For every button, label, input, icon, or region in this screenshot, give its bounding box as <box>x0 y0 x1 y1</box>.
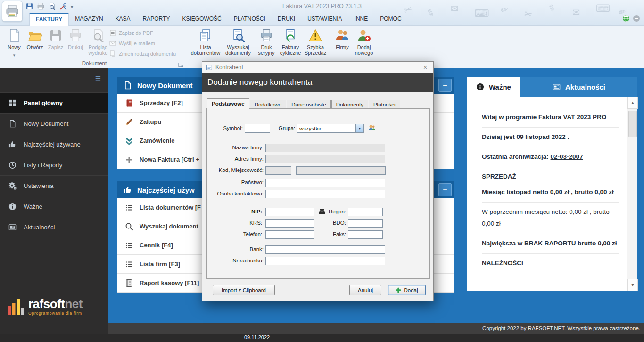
recurring-invoices-button[interactable]: Faktury cykliczne <box>278 27 303 56</box>
nip-input[interactable] <box>265 208 314 216</box>
sidebar-menu: Panel główny Nowy Dokument Najczęściej u… <box>0 92 108 237</box>
sales-line: Miesiąc listopad netto 0,00 zł , brutto … <box>482 187 619 198</box>
home-grid-icon <box>8 99 17 107</box>
tab-faktury[interactable]: FAKTURY <box>29 13 69 26</box>
sales-ledger-icon <box>125 99 133 107</box>
sidebar-item-panel-glowny[interactable]: Panel główny <box>0 92 108 113</box>
open-button[interactable]: Otwórz <box>25 27 45 50</box>
wazne-panel-content: Witaj w programie Faktura VAT 2023 PRO D… <box>467 97 627 291</box>
vendor-logo: rafsoftnet Oprogramowanie dla firm <box>7 297 83 316</box>
add-contractor-icon <box>353 27 375 43</box>
krs-label: KRS: <box>207 220 262 226</box>
dialog-title: Kontrahent <box>215 64 243 71</box>
new-document-button[interactable]: Nowy ▾ <box>5 27 24 58</box>
tools-icon[interactable] <box>59 2 67 10</box>
import-clipboard-button[interactable]: Import z Clipboard <box>213 285 275 295</box>
bdo-input[interactable] <box>348 219 383 228</box>
dialog-header: Dodanie nowego kontrahenta <box>202 73 433 92</box>
sidebar-item-nowy-dokument[interactable]: Nowy Dokument <box>0 113 108 134</box>
tab-kasa[interactable]: KASA <box>109 13 137 26</box>
add-button[interactable]: Dodaj <box>388 285 426 295</box>
tab-ksiegowosc[interactable]: KSIĘGOWOŚĆ <box>176 13 227 26</box>
nr-rachunku-input[interactable] <box>265 257 385 265</box>
panstwo-input[interactable] <box>265 179 385 187</box>
globe-online-icon[interactable] <box>622 15 630 22</box>
sidebar-item-aktualnosci[interactable]: Aktualności <box>0 217 108 237</box>
dialog-tab-dokumenty[interactable]: Dokumenty <box>331 100 368 109</box>
save-icon[interactable] <box>25 2 33 10</box>
tab-platnosci[interactable]: PŁATNOŚCI <box>228 13 272 26</box>
dialog-tab-dane-osobiste[interactable]: Dane osobiste <box>287 100 331 109</box>
faks-input[interactable] <box>348 230 383 239</box>
tab-aktualnosci[interactable]: Aktualności <box>520 77 637 97</box>
tab-druki[interactable]: DRUKI <box>272 13 301 26</box>
dialog-tab-dodatkowe[interactable]: Dodatkowe <box>250 100 287 109</box>
search-documents-button[interactable]: Wyszukaj dokumenty <box>223 27 254 56</box>
dialog-title-bar[interactable]: Kontrahent × <box>202 62 433 73</box>
tab-wazne[interactable]: Ważne <box>467 77 520 97</box>
right-panel-scrollbar[interactable]: ▲ ▼ <box>627 97 637 291</box>
sales-line: Największa w BRAK RAPORTU brutto 0,00 zł <box>482 238 619 250</box>
sidebar-item-wazne[interactable]: Ważne <box>0 196 108 217</box>
app-window: ✂ ✎ ✉ ⌨ ✏ ✂ ✎ ✉ ⌨ ✏ Faktura VAT 2023 PRO… <box>0 0 644 342</box>
sidebar-item-listy-i-raporty[interactable]: Listy i Raporty <box>0 155 108 175</box>
krs-input[interactable] <box>265 219 314 228</box>
tab-raporty[interactable]: RAPORTY <box>137 13 176 26</box>
close-icon[interactable]: × <box>421 64 429 71</box>
thumbs-up-icon <box>8 140 17 148</box>
combo-arrow-icon[interactable]: ▼ <box>355 124 363 132</box>
tab-inne[interactable]: INNE <box>348 13 374 26</box>
tab-ustawienia[interactable]: USTAWIENIA <box>301 13 348 26</box>
quick-access-dropdown-icon[interactable]: ▾ <box>71 3 73 9</box>
telefon-input[interactable] <box>265 230 314 239</box>
dialog-tab-platnosci[interactable]: Płatności <box>369 100 400 109</box>
quick-sale-button[interactable]: Szybka Sprzedaż <box>304 27 327 56</box>
bank-input[interactable] <box>265 245 385 254</box>
symbol-label: Symbol: <box>207 125 243 131</box>
serial-print-button[interactable]: Druk seryjny <box>256 27 277 56</box>
sidebar-item-najczesciej-uzywane[interactable]: Najczęściej używane <box>0 134 108 155</box>
news-icon <box>553 83 561 91</box>
add-contractor-button[interactable]: Dodaj nowego <box>353 27 375 56</box>
osoba-kontaktowa-input[interactable] <box>265 190 385 198</box>
osoba-kontaktowa-label: Osoba kontaktowa: <box>207 191 264 196</box>
header-status-icons <box>622 15 640 22</box>
ribbon-separator <box>330 28 330 62</box>
documents-list-button[interactable]: Lista dokumentów <box>190 27 221 56</box>
regon-input[interactable] <box>348 208 383 216</box>
cancel-button[interactable]: Anuluj <box>349 285 381 295</box>
offline-status-icon[interactable] <box>633 15 640 22</box>
backup-date-link[interactable]: 02-03-2007 <box>551 153 583 160</box>
search-icon <box>125 222 133 231</box>
dialog-tab-podstawowe[interactable]: Podstawowe <box>207 98 249 109</box>
copyright-text: Copyright 2022 by RAFSOFT.NET. Wszystkie… <box>482 326 640 331</box>
grupa-label: Grupa: <box>273 125 295 131</box>
panel-minimize-button[interactable]: – <box>438 79 452 92</box>
companies-button[interactable]: Firmy <box>333 27 352 50</box>
panel-minimize-button[interactable]: – <box>438 183 452 196</box>
scroll-thumb[interactable] <box>628 111 637 137</box>
scroll-up-button[interactable]: ▲ <box>627 97 638 109</box>
grupa-select[interactable]: wszystkie ▼ <box>297 124 364 133</box>
backup-line: Ostatnia archiwizacja: 02-03-2007 <box>482 151 619 163</box>
nazwa-firmy-input <box>265 144 385 152</box>
panstwo-label: Państwo: <box>207 179 264 185</box>
sales-header: SPRZEDAŻ <box>482 171 619 183</box>
chart-bars-icon <box>7 297 25 316</box>
sidebar-menu-toggle[interactable]: ≡ <box>95 73 101 83</box>
print-icon[interactable] <box>37 2 45 10</box>
scroll-down-button[interactable]: ▼ <box>627 279 638 291</box>
symbol-input[interactable] <box>245 124 270 133</box>
quick-sale-icon <box>304 27 327 43</box>
sidebar-item-ustawienia[interactable]: Ustawienia <box>0 175 108 196</box>
app-logo[interactable] <box>2 1 23 22</box>
tab-magazyn[interactable]: MAGAZYN <box>69 13 109 26</box>
ribbon-group-label: Dokument <box>75 60 113 66</box>
tab-pomoc[interactable]: POMOC <box>374 13 407 26</box>
price-list-icon <box>125 241 133 250</box>
window-title: Faktura VAT 2023 PRO 23.1.3 <box>0 3 644 9</box>
ribbon-separator <box>186 28 186 62</box>
dialog-launcher-icon[interactable] <box>178 61 183 66</box>
group-people-button[interactable] <box>367 123 377 133</box>
print-preview-icon[interactable] <box>48 2 56 10</box>
